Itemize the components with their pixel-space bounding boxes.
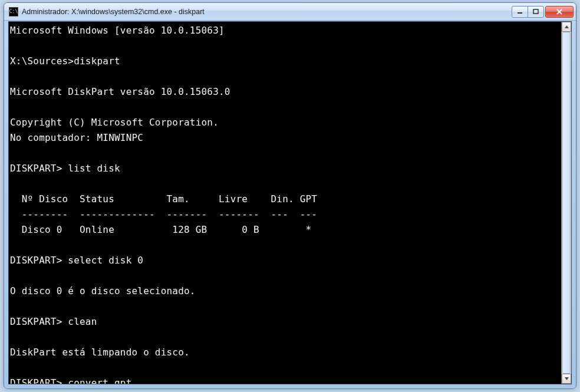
console-line: O disco 0 é o disco selecionado.	[10, 284, 561, 299]
client-area: Microsoft Windows [versão 10.0.15063]X:\…	[8, 21, 572, 384]
console-line: X:\Sources>diskpart	[10, 54, 561, 69]
console-line	[10, 146, 561, 161]
svg-line-3	[557, 9, 562, 14]
cmd-window: C:\ Administrador: X:\windows\system32\c…	[4, 2, 576, 389]
vertical-scrollbar[interactable]	[561, 22, 571, 384]
console-line	[10, 330, 561, 345]
minimize-button[interactable]	[512, 6, 528, 18]
console-line	[10, 268, 561, 284]
svg-rect-0	[518, 12, 522, 14]
svg-marker-5	[565, 377, 569, 380]
console-line: Microsoft DiskPart versão 10.0.15063.0	[10, 84, 561, 100]
console-line: No computador: MINWINPC	[10, 130, 561, 146]
window-controls	[512, 6, 574, 18]
cmd-icon-label: C:\	[9, 9, 18, 14]
svg-rect-1	[533, 9, 538, 14]
close-icon	[556, 9, 563, 15]
chevron-down-icon	[564, 376, 569, 381]
console-line: DiskPart está limpando o disco.	[10, 345, 561, 360]
maximize-button[interactable]	[528, 6, 544, 18]
console-line: DISKPART> list disk	[10, 161, 561, 176]
console-line	[10, 38, 561, 54]
console-line: -------- ------------- ------- ------- -…	[10, 207, 561, 222]
console-line: Microsoft Windows [versão 10.0.15063]	[10, 23, 561, 38]
console-line	[10, 360, 561, 375]
scroll-up-button[interactable]	[562, 22, 571, 32]
console-line: Disco 0 Online 128 GB 0 B *	[10, 222, 561, 238]
console-line: Copyright (C) Microsoft Corporation.	[10, 115, 561, 130]
console-output[interactable]: Microsoft Windows [versão 10.0.15063]X:\…	[9, 22, 561, 384]
close-button[interactable]	[545, 6, 574, 18]
scroll-track[interactable]	[562, 32, 571, 374]
console-line	[10, 299, 561, 314]
console-line: Nº Disco Status Tam. Livre Din. GPT	[10, 192, 561, 207]
console-line	[10, 238, 561, 253]
scroll-down-button[interactable]	[562, 374, 571, 384]
console-line: DISKPART> clean	[10, 314, 561, 330]
svg-line-2	[557, 9, 562, 14]
cmd-icon: C:\	[9, 7, 18, 17]
console-line	[10, 176, 561, 192]
minimize-icon	[517, 9, 523, 15]
titlebar[interactable]: C:\ Administrador: X:\windows\system32\c…	[4, 3, 576, 21]
console-line	[10, 100, 561, 115]
scroll-thumb[interactable]	[562, 32, 571, 374]
console-line: DISKPART> convert gpt	[10, 375, 561, 384]
console-line: DISKPART> select disk 0	[10, 253, 561, 268]
chevron-up-icon	[564, 24, 569, 29]
maximize-icon	[533, 9, 539, 15]
console-line	[10, 69, 561, 84]
window-title: Administrador: X:\windows\system32\cmd.e…	[22, 8, 512, 16]
svg-marker-4	[565, 25, 569, 28]
